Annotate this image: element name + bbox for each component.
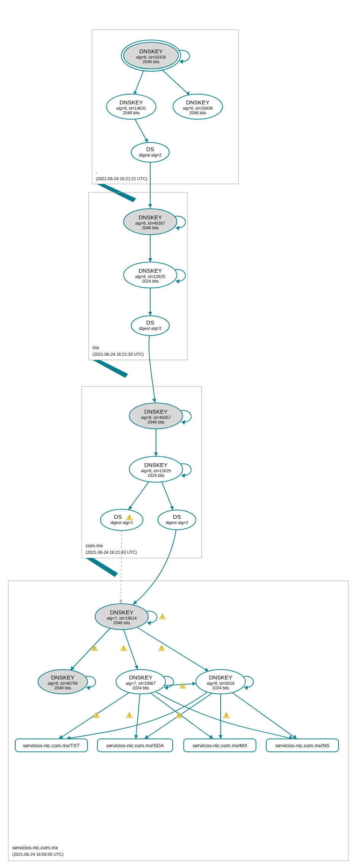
svg-text:alg=8, id=26838: alg=8, id=26838 [183,106,213,110]
svg-text:2048 bits: 2048 bits [113,620,130,625]
svg-marker-37 [181,473,185,478]
svg-text:DS: DS [146,319,154,326]
svg-text:alg=8, id=20326: alg=8, id=20326 [136,55,166,59]
svg-text:servicios-nic.com.mx/NS: servicios-nic.com.mx/NS [275,743,330,748]
svg-marker-47 [119,600,123,604]
delegation-mx-commx [92,360,128,378]
zone-mx-name: mx [92,345,99,350]
svg-marker-48 [133,600,137,604]
svg-text:digest alg=2: digest alg=2 [165,520,188,525]
ds-commx-2 [158,510,196,530]
zone-mx-ts: (2021-06-24 16:21:33 UTC) [92,352,144,356]
svg-text:!: ! [182,684,183,689]
warning-icon: ! [223,712,229,718]
svg-text:DNSKEY: DNSKEY [51,674,75,681]
svg-text:servicios-nic.com.mx/TXT: servicios-nic.com.mx/TXT [23,743,80,748]
svg-text:alg=8, id=12625: alg=8, id=12625 [135,274,165,279]
svg-text:alg=7, id=19067: alg=7, id=19067 [126,681,156,686]
ds-mx [131,316,169,336]
svg-text:!: ! [162,615,163,619]
svg-text:DNSKEY: DNSKEY [144,462,168,468]
zone-snic-box [8,581,348,861]
svg-text:!: ! [95,714,97,718]
warning-icon: ! [159,645,165,651]
svg-text:alg=7, id=19614: alg=7, id=19614 [107,616,137,620]
svg-text:DNSKEY: DNSKEY [144,408,168,415]
svg-marker-44 [154,452,158,456]
svg-text:!: ! [129,714,130,718]
svg-text:DNSKEY: DNSKEY [186,99,210,106]
dnssec-diagram: . (2021-06-24 16:21:21 UTC) DNSKEY alg=8… [0,0,356,868]
edge-ds1-to-sksk-dashed [121,531,122,604]
warning-icon: ! [159,614,165,619]
zone-commx-name: com.mx [86,543,103,548]
svg-marker-15 [145,138,148,142]
svg-marker-16 [148,204,152,208]
zone-commx-ts: (2021-06-24 16:21:43 UTC) [86,550,137,555]
warning-icon: ! [180,683,186,689]
delegation-commx-snic [86,558,118,577]
svg-text:DNSKEY: DNSKEY [139,48,163,54]
svg-marker-93 [219,735,222,739]
warning-icon: ! [91,645,97,651]
svg-marker-33 [181,420,185,425]
svg-text:1024 bits: 1024 bits [142,279,159,283]
delegation-root-mx [97,184,136,202]
svg-marker-92 [145,735,149,739]
zone-snic-name: servicios-nic.com.mx [12,845,58,850]
svg-text:DNSKEY: DNSKEY [209,674,232,681]
svg-text:DS: DS [114,513,122,520]
svg-text:alg=8, id=5019: alg=8, id=5019 [207,681,235,686]
svg-text:!: ! [129,516,130,520]
svg-text:alg=8, id=14631: alg=8, id=14631 [116,106,146,110]
svg-text:digest alg=1: digest alg=1 [110,520,133,525]
svg-marker-24 [176,279,180,284]
svg-text:DS: DS [146,146,154,152]
svg-text:1024 bits: 1024 bits [212,686,229,690]
svg-marker-52 [147,621,151,625]
svg-marker-91 [67,736,71,739]
svg-marker-58 [86,686,90,690]
svg-marker-86 [134,735,138,739]
svg-text:!: ! [226,714,227,718]
svg-text:2048 bits: 2048 bits [123,110,140,115]
svg-text:!: ! [161,647,162,651]
svg-text:2048 bits: 2048 bits [142,225,159,230]
svg-text:DNSKEY: DNSKEY [129,674,153,681]
svg-marker-66 [244,686,248,690]
svg-marker-76 [192,682,196,686]
svg-text:2048 bits: 2048 bits [148,420,165,424]
zone-root-name: . [96,169,97,175]
zone-root-ts: (2021-06-24 16:21:21 UTC) [96,176,147,181]
svg-text:alg=8, id=49357: alg=8, id=49357 [141,415,171,420]
svg-text:DNSKEY: DNSKEY [138,267,162,274]
ds-root [131,142,169,162]
svg-marker-70 [135,665,138,670]
warning-icon: ! [121,645,127,651]
svg-text:DNSKEY: DNSKEY [119,99,143,106]
svg-text:alg=8, id=48799: alg=8, id=48799 [48,681,78,686]
svg-text:DNSKEY: DNSKEY [138,214,162,221]
svg-text:2048 bits: 2048 bits [54,686,72,690]
svg-text:digest alg=2: digest alg=2 [139,153,162,157]
svg-text:DS: DS [173,513,181,520]
svg-text:alg=8, id=49357: alg=8, id=49357 [135,221,165,225]
svg-text:2048 bits: 2048 bits [143,59,160,64]
svg-marker-27 [148,258,152,262]
svg-text:!: ! [123,647,124,651]
svg-text:servicios-nic.com.mx/MX: servicios-nic.com.mx/MX [192,743,247,748]
svg-text:1024 bits: 1024 bits [148,473,165,478]
svg-marker-28 [148,312,152,316]
svg-text:DNSKEY: DNSKEY [110,609,134,615]
ds-commx-1 [100,509,143,531]
svg-marker-62 [164,686,168,690]
zone-snic-ts: (2021-06-24 16:56:55 UTC) [12,852,64,857]
svg-marker-4 [180,59,183,64]
svg-text:2048 bits: 2048 bits [189,110,207,115]
svg-text:alg=8, id=12625: alg=8, id=12625 [141,468,171,473]
warning-icon: ! [126,712,132,718]
svg-text:digest alg=2: digest alg=2 [139,326,162,331]
svg-text:1024 bits: 1024 bits [132,686,149,690]
svg-text:!: ! [94,647,95,651]
svg-text:servicios-nic.com.mx/SOA: servicios-nic.com.mx/SOA [106,743,164,748]
